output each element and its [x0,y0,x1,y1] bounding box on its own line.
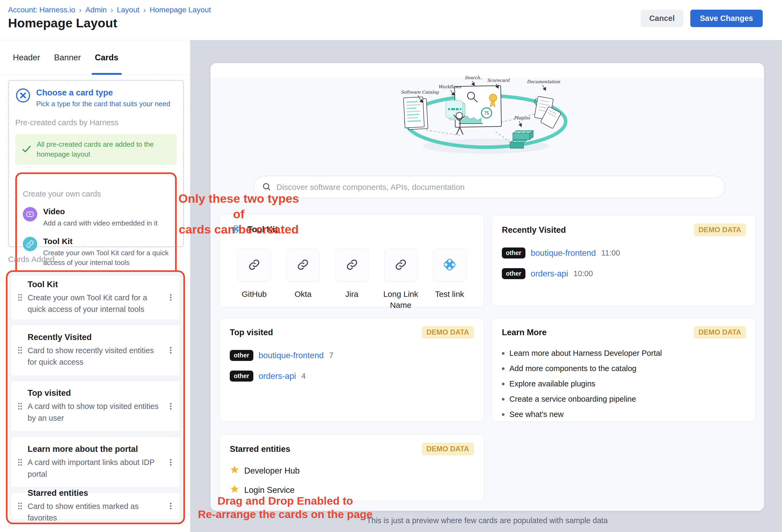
drag-handle-icon[interactable] [12,402,28,411]
preview-card-toolkit[interactable]: Tool Kit GitHub Okta Jira Long Link Name… [220,215,484,307]
kebab-menu-icon[interactable] [163,458,178,467]
search-input[interactable] [276,183,717,192]
kebab-menu-icon[interactable] [163,293,178,302]
link-icon [23,237,37,251]
learn-more-link-text: Create a service onboarding pipeline [509,395,636,403]
tab-cards[interactable]: Cards [95,40,118,75]
breadcrumb-layout[interactable]: Layout [117,6,139,14]
link-icon [346,258,358,272]
illustration-label-search: Search.. [465,75,483,80]
video-icon [23,207,37,221]
toolkit-tile-test-link[interactable]: Test link [425,249,474,311]
choose-card-type-subtitle: Pick a type for the card that suits your… [36,100,170,108]
preview-card-learn-more[interactable]: Learn More DEMO DATA Learn more about Ha… [492,318,756,422]
entity-link[interactable]: boutique-frontend [531,248,596,258]
preview-card-recently-visited[interactable]: Recently Visited DEMO DATA other boutiqu… [492,215,756,306]
starred-entity-row[interactable]: Login Service [230,484,474,496]
toolkit-tile-long-link[interactable]: Long Link Name [377,249,425,311]
kebab-menu-icon[interactable] [163,502,178,510]
drag-handle-icon[interactable] [12,501,28,510]
precreated-note-text: All pre-created cards are added to the h… [37,139,168,159]
demo-data-badge: DEMO DATA [694,224,746,236]
layout-config-sidebar: Header Banner Cards Choose a card type P… [0,40,190,532]
entity-link[interactable]: orders-api [259,371,296,381]
toolkit-card-title: Tool Kit [247,225,278,234]
cards-added-item-description: A card with important links about IDP po… [28,457,162,480]
video-option-description: Add a card with video embedded in it [43,218,157,228]
cards-added-item-starred[interactable]: Starred entities Card to show entities m… [11,493,180,520]
bullet-dot-icon [502,413,504,416]
choose-card-type-panel: Choose a card type Pick a type for the c… [8,80,184,247]
cards-added-item-top-visited[interactable]: Top visited A card with to show top visi… [11,381,180,432]
cancel-button[interactable]: Cancel [641,10,683,27]
page-title: Homepage Layout [8,15,117,30]
learn-more-link-text: Learn more about Harness Developer Porta… [509,349,662,358]
entity-link[interactable]: orders-api [531,269,568,279]
tab-banner[interactable]: Banner [54,40,81,75]
learn-more-link[interactable]: Learn more about Harness Developer Porta… [502,349,746,358]
card-type-option-video[interactable]: Video Add a card with video embedded in … [23,207,169,228]
learn-more-link[interactable]: See what's new [502,410,746,419]
toolkit-tile-github[interactable]: GitHub [230,249,279,311]
starred-entity-name: Login Service [244,485,295,495]
entity-kind-tag: other [502,248,526,258]
learn-more-link-text: Add more components to the catalog [509,364,636,373]
learn-more-title: Learn More [502,328,546,337]
learn-more-link[interactable]: Explore available plugins [502,380,746,388]
homepage-preview-panel: 75 [210,63,764,511]
create-own-cards-label: Create your own cards [23,189,169,199]
toolkit-tile-label: Okta [295,289,312,300]
entity-link[interactable]: boutique-frontend [259,351,324,360]
tab-header[interactable]: Header [13,40,40,75]
top-visited-row: other boutique-frontend 7 [230,350,474,361]
close-circle-icon[interactable] [15,88,31,103]
toolkit-tile-label: Jira [345,289,358,300]
entity-time: 10:00 [573,269,593,278]
top-visited-title: Top visited [230,328,273,337]
toolkit-tile-jira[interactable]: Jira [327,249,376,311]
cards-added-label: Cards Added [8,255,55,264]
header-actions: Cancel Save Changes [641,10,763,27]
starred-entity-row[interactable]: Developer Hub [230,465,474,477]
drag-handle-icon[interactable] [12,293,28,302]
star-icon [230,484,239,496]
learn-more-link[interactable]: Add more components to the catalog [502,364,746,373]
check-icon [21,143,32,155]
breadcrumb-admin[interactable]: Admin [85,6,107,14]
toolkit-option-name: Tool Kit [43,237,169,246]
breadcrumb-separator-icon: › [110,5,113,14]
developer-portal-illustration: 75 [393,68,581,159]
toolkit-tile-okta[interactable]: Okta [279,249,327,311]
recently-visited-row: other orders-api 10:00 [502,268,746,279]
cards-added-item-recently-visited[interactable]: Recently Visited Card to show recently v… [11,325,180,376]
bullet-dot-icon [502,367,504,370]
preview-card-starred-entities[interactable]: Starred entities DEMO DATA Developer Hub… [220,434,484,501]
learn-more-link-text: Explore available plugins [509,380,595,388]
cards-added-item-title: Learn more about the portal [28,444,162,454]
drag-handle-icon[interactable] [12,346,28,355]
kebab-menu-icon[interactable] [163,402,178,411]
cards-added-item-learn-more[interactable]: Learn more about the portal A card with … [11,436,180,488]
bullet-dot-icon [502,383,504,385]
cards-added-item-title: Tool Kit [28,280,162,289]
link-icon [248,258,260,272]
recently-visited-row: other boutique-frontend 11:00 [502,248,746,258]
search-icon [262,182,271,192]
breadcrumb: Account: Harness.io › Admin › Layout › H… [8,5,211,14]
precreated-note: All pre-created cards are added to the h… [15,134,177,165]
video-option-name: Video [43,207,157,216]
preview-card-top-visited[interactable]: Top visited DEMO DATA other boutique-fro… [220,318,484,422]
breadcrumb-homepage-layout[interactable]: Homepage Layout [150,6,211,14]
drag-handle-icon[interactable] [12,458,28,467]
scorecard-gauge-value: 75 [484,111,489,115]
preview-footer-note: This is just a preview where few cards a… [210,516,764,525]
cards-added-item-description: Card to show entities marked as favorite… [28,501,162,524]
learn-more-link[interactable]: Create a service onboarding pipeline [502,395,746,403]
breadcrumb-account[interactable]: Account: Harness.io [8,6,75,14]
link-icon [297,258,309,272]
save-changes-button[interactable]: Save Changes [690,10,763,27]
cards-added-item-toolkit[interactable]: Tool Kit Create your own Tool Kit card f… [11,275,180,320]
star-icon [230,465,239,477]
cards-added-item-title: Recently Visited [28,332,162,342]
kebab-menu-icon[interactable] [163,346,178,354]
